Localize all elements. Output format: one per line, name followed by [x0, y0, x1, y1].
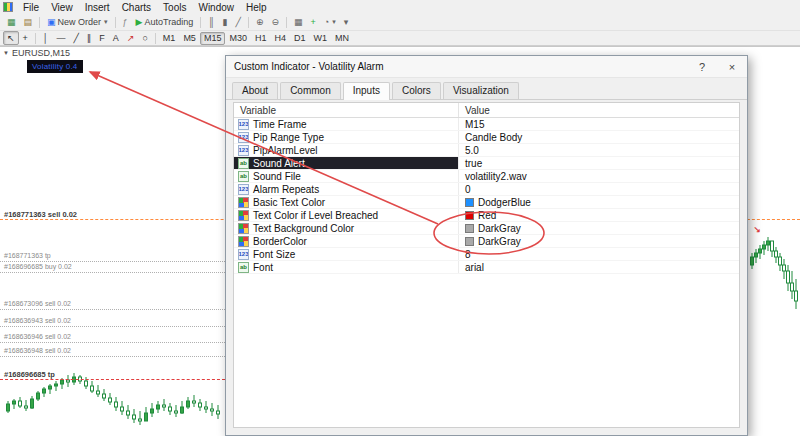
shapes-button[interactable]: ○: [138, 31, 151, 45]
tile-windows-button[interactable]: ▦: [290, 15, 307, 29]
order-line[interactable]: [0, 342, 225, 343]
bar-chart-button[interactable]: ║: [204, 15, 218, 29]
value-cell[interactable]: Red: [458, 209, 739, 221]
value-cell[interactable]: 5.0: [458, 144, 739, 156]
menu-window[interactable]: Window: [192, 2, 240, 13]
trendline-icon: ╱: [73, 34, 78, 43]
input-row[interactable]: Basic Text ColorDodgerBlue: [234, 196, 739, 209]
line-chart-button[interactable]: ╱: [232, 15, 245, 29]
channel-button[interactable]: ∥: [83, 31, 96, 45]
value-cell[interactable]: true: [458, 157, 739, 169]
tab-about[interactable]: About: [232, 82, 278, 99]
menu-charts[interactable]: Charts: [116, 2, 157, 13]
periods-dropdown-icon[interactable]: ▾: [332, 18, 336, 26]
tab-colors[interactable]: Colors: [392, 82, 441, 99]
input-row[interactable]: 123Font Size8: [234, 248, 739, 261]
order-line[interactable]: [0, 356, 225, 357]
value-cell[interactable]: Candle Body: [458, 131, 739, 143]
variable-name: PipAlarmLevel: [253, 145, 317, 156]
order-line[interactable]: [0, 272, 225, 273]
crosshair-tool-button[interactable]: +: [19, 31, 32, 45]
arrows-button[interactable]: ↗: [123, 31, 139, 45]
templates-button[interactable]: ▾: [340, 15, 353, 29]
timeframe-h1-button[interactable]: H1: [251, 32, 271, 45]
new-chart-icon: ▦: [7, 18, 16, 27]
str-type-icon: ab: [238, 158, 249, 169]
timeframe-mn-button[interactable]: MN: [331, 32, 353, 45]
value-cell[interactable]: DarkGray: [458, 235, 739, 247]
dialog-close-button[interactable]: ×: [717, 56, 747, 77]
column-header-variable: Variable: [234, 103, 458, 117]
timeframe-w1-button[interactable]: W1: [309, 32, 331, 45]
zoom-out-button[interactable]: ⊖: [268, 15, 284, 29]
value-cell[interactable]: DarkGray: [458, 222, 739, 234]
periods-icon: ◔: [324, 18, 329, 27]
menu-file[interactable]: File: [17, 2, 45, 13]
profiles-button[interactable]: ▤: [20, 15, 37, 29]
text-label-icon: A: [113, 34, 119, 43]
order-line[interactable]: [0, 379, 225, 380]
tab-common[interactable]: Common: [280, 82, 341, 99]
variable-name: Basic Text Color: [253, 197, 325, 208]
toolbar-separator: [155, 33, 156, 44]
dialog-help-button[interactable]: ?: [687, 56, 717, 77]
one-click-trading-toggle-icon[interactable]: ▼: [3, 50, 9, 56]
input-row[interactable]: abSound Alerttrue: [234, 157, 739, 170]
menu-view[interactable]: View: [45, 2, 79, 13]
order-label: #168696685 buy 0.02: [4, 263, 72, 270]
input-row[interactable]: Text Color if Level BreachedRed: [234, 209, 739, 222]
dialog-titlebar[interactable]: Custom Indicator - Volatility Alarm ? ×: [226, 56, 747, 78]
indicators-button[interactable]: +: [307, 15, 320, 29]
periods-button[interactable]: ◔▾: [320, 15, 340, 29]
fibonacci-button[interactable]: F: [95, 31, 109, 45]
value-cell[interactable]: arial: [458, 261, 739, 273]
value-text: 0: [465, 184, 471, 195]
cursor-tool-button[interactable]: ↖: [3, 31, 19, 45]
timeframe-m1-button[interactable]: M1: [159, 32, 180, 45]
tab-inputs[interactable]: Inputs: [343, 82, 390, 100]
menu-insert[interactable]: Insert: [79, 2, 116, 13]
horizontal-line-button[interactable]: ―: [52, 31, 69, 45]
input-row[interactable]: abFontarial: [234, 261, 739, 274]
input-row[interactable]: Text Background ColorDarkGray: [234, 222, 739, 235]
menu-help[interactable]: Help: [240, 2, 273, 13]
fibonacci-icon: F: [99, 34, 105, 43]
new-order-button[interactable]: ▣New Order▾: [43, 15, 112, 29]
new-chart-button[interactable]: ▦: [3, 15, 20, 29]
value-text: volatility2.wav: [465, 171, 527, 182]
color-type-icon: [238, 210, 249, 221]
zoom-out-icon: ⊖: [272, 18, 280, 27]
tab-visualization[interactable]: Visualization: [443, 82, 519, 99]
order-line[interactable]: [0, 326, 225, 327]
input-row[interactable]: BorderColorDarkGray: [234, 235, 739, 248]
input-row[interactable]: 123PipAlarmLevel5.0: [234, 144, 739, 157]
timeframe-m30-button[interactable]: M30: [225, 32, 251, 45]
value-cell[interactable]: volatility2.wav: [458, 170, 739, 182]
trendline-button[interactable]: ╱: [69, 31, 82, 45]
menu-tools[interactable]: Tools: [157, 2, 192, 13]
value-cell[interactable]: 8: [458, 248, 739, 260]
timeframe-m5-button[interactable]: M5: [179, 32, 200, 45]
tile-windows-icon: ▦: [294, 18, 303, 27]
candlestick-chart-button[interactable]: ▮: [219, 15, 232, 29]
vertical-line-button[interactable]: │: [39, 31, 53, 45]
text-label-button[interactable]: A: [109, 31, 123, 45]
input-row[interactable]: 123Time FrameM15: [234, 118, 739, 131]
input-row[interactable]: 123Alarm Repeats0: [234, 183, 739, 196]
timeframe-m15-button[interactable]: M15: [200, 32, 226, 45]
order-line[interactable]: [0, 261, 225, 262]
timeframe-d1-button[interactable]: D1: [290, 32, 310, 45]
order-line[interactable]: [0, 309, 225, 310]
expert-advisors-button[interactable]: ƒ: [119, 15, 132, 29]
timeframe-h4-button[interactable]: H4: [270, 32, 290, 45]
value-cell[interactable]: 0: [458, 183, 739, 195]
autotrading-button[interactable]: ▶AutoTrading: [132, 15, 198, 29]
value-cell[interactable]: M15: [458, 118, 739, 130]
variable-name: Pip Range Type: [253, 132, 324, 143]
variable-cell: 123PipAlarmLevel: [234, 144, 458, 156]
input-row[interactable]: abSound Filevolatility2.wav: [234, 170, 739, 183]
value-cell[interactable]: DodgerBlue: [458, 196, 739, 208]
zoom-in-button[interactable]: ⊕: [252, 15, 268, 29]
new-order-dropdown-icon[interactable]: ▾: [104, 18, 108, 26]
input-row[interactable]: 123Pip Range TypeCandle Body: [234, 131, 739, 144]
